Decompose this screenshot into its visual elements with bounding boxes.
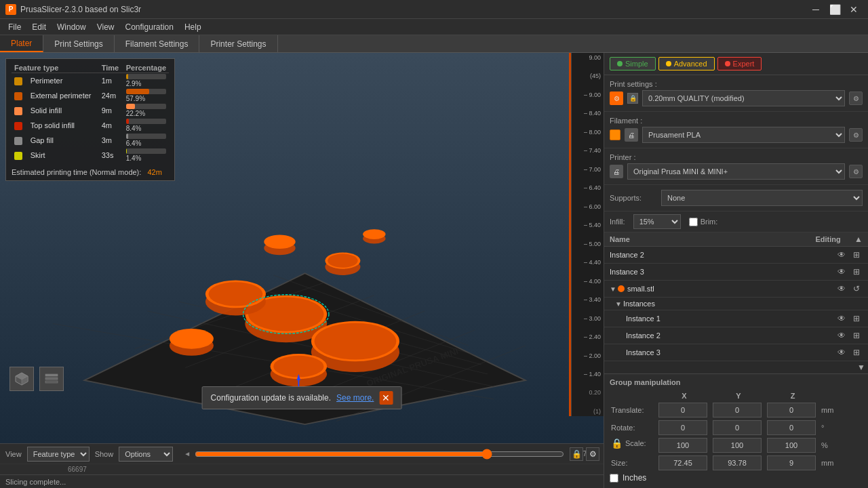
feature-color-swatch bbox=[12, 88, 28, 103]
svg-point-30 bbox=[170, 329, 214, 349]
edit-icon[interactable]: ⊞ bbox=[850, 266, 863, 278]
edit-icon[interactable]: ⊞ bbox=[850, 312, 863, 325]
filament-select[interactable]: Prusament PLA bbox=[642, 127, 845, 143]
menu-configuration[interactable]: Configuration bbox=[120, 21, 179, 33]
menu-file[interactable]: File bbox=[3, 21, 26, 33]
ruler-label: – 3.40 bbox=[572, 296, 604, 303]
scale-x-input[interactable] bbox=[658, 438, 707, 453]
view-dropdown[interactable]: Feature type bbox=[27, 447, 90, 462]
ruler-label: – 5.40 bbox=[572, 222, 604, 228]
supports-select[interactable]: None bbox=[661, 190, 863, 206]
feature-pct: 1.4% bbox=[123, 148, 169, 163]
size-y-input[interactable] bbox=[713, 455, 762, 470]
eye-icon[interactable]: 👁 bbox=[835, 249, 848, 261]
list-item[interactable]: ▼ small.stl 👁 ↺ bbox=[604, 281, 868, 298]
layer-slider[interactable] bbox=[195, 449, 564, 460]
lock-button[interactable]: 🔒 bbox=[570, 447, 583, 461]
list-item[interactable]: Instance 2 👁 ⊞ bbox=[604, 327, 868, 344]
feature-name: External perimeter bbox=[28, 88, 99, 103]
ruler-label: – 2.00 bbox=[572, 352, 604, 359]
svg-rect-46 bbox=[45, 381, 58, 383]
simple-mode-button[interactable]: Simple bbox=[610, 57, 656, 70]
layer-view-button[interactable] bbox=[39, 367, 64, 391]
tab-plater[interactable]: Plater bbox=[0, 35, 43, 52]
tree-scroll-down-icon[interactable]: ▼ bbox=[857, 363, 865, 372]
list-item[interactable]: Instance 3 👁 ⊞ bbox=[604, 264, 868, 281]
edit-icon[interactable]: ⊞ bbox=[850, 249, 863, 261]
print-settings-gear-icon[interactable]: ⚙ bbox=[849, 92, 863, 105]
bottom-toolbar: View Feature type Show Options ◄ ► 67401… bbox=[0, 443, 604, 464]
inches-row: Inches bbox=[610, 472, 863, 484]
size-x-input[interactable] bbox=[658, 455, 707, 470]
rotate-z-input[interactable] bbox=[767, 420, 816, 435]
ruler-label: – 6.00 bbox=[572, 203, 604, 210]
tab-printer-settings[interactable]: Printer Settings bbox=[199, 35, 277, 52]
ruler-label: – 4.00 bbox=[572, 278, 604, 285]
infill-label: Infill: bbox=[610, 218, 625, 226]
menu-view[interactable]: View bbox=[92, 21, 120, 33]
expand-arrow-icon[interactable]: ▼ bbox=[610, 285, 616, 293]
list-item[interactable]: Instance 1 👁 ⊞ bbox=[604, 310, 868, 327]
list-item[interactable]: Instance 2 👁 ⊞ bbox=[604, 247, 868, 264]
close-button[interactable]: ✕ bbox=[845, 3, 863, 16]
maximize-button[interactable]: ⬜ bbox=[826, 3, 844, 16]
3d-view-button[interactable] bbox=[9, 367, 34, 391]
translate-z-input[interactable] bbox=[767, 403, 816, 418]
menu-window[interactable]: Window bbox=[52, 21, 92, 33]
tab-filament-settings[interactable]: Filament Settings bbox=[115, 35, 200, 52]
infill-select[interactable]: 15% bbox=[633, 214, 681, 229]
size-z-input[interactable] bbox=[767, 455, 816, 470]
eye-icon[interactable]: 👁 bbox=[835, 346, 848, 359]
notification-link[interactable]: See more. bbox=[336, 393, 374, 403]
inches-checkbox[interactable] bbox=[610, 474, 618, 483]
rotate-x-input[interactable] bbox=[658, 420, 707, 435]
expert-mode-button[interactable]: Expert bbox=[717, 57, 762, 70]
slider-value2: 66697 bbox=[68, 466, 87, 473]
show-dropdown[interactable]: Options bbox=[119, 447, 173, 462]
scale-lock-icon[interactable]: 🔒 bbox=[611, 438, 623, 449]
brim-checkbox[interactable] bbox=[689, 218, 698, 226]
settings-gear-button[interactable]: ⚙ bbox=[586, 447, 599, 461]
advanced-mode-button[interactable]: Advanced bbox=[658, 57, 715, 70]
tree-scroll-up-icon[interactable]: ▲ bbox=[854, 235, 863, 244]
translate-y-input[interactable] bbox=[713, 403, 762, 418]
col-y-header: Y bbox=[711, 390, 766, 401]
tree-item-icons: 👁 ⊞ bbox=[835, 266, 863, 278]
print-settings-select[interactable]: 0.20mm QUALITY (modified) bbox=[642, 90, 845, 106]
list-item[interactable]: Instance 3 👁 ⊞ bbox=[604, 344, 868, 361]
supports-row: Supports: None bbox=[610, 190, 863, 206]
eye-icon[interactable]: 👁 bbox=[835, 312, 848, 325]
eye-icon[interactable]: 👁 bbox=[835, 329, 848, 342]
translate-unit: mm bbox=[820, 401, 863, 419]
eye-icon[interactable]: 👁 bbox=[835, 266, 848, 278]
edit-icon[interactable]: ⊞ bbox=[850, 346, 863, 359]
svg-rect-45 bbox=[45, 378, 58, 380]
list-item[interactable]: ▼ Instances bbox=[604, 298, 868, 310]
translate-x-input[interactable] bbox=[658, 403, 707, 418]
scale-y-input[interactable] bbox=[713, 438, 762, 453]
menu-edit[interactable]: Edit bbox=[26, 21, 52, 33]
eye-icon[interactable]: 👁 bbox=[835, 283, 848, 295]
printer-settings-gear-icon[interactable]: ⚙ bbox=[849, 165, 863, 178]
edit-icon[interactable]: ⊞ bbox=[850, 329, 863, 342]
printer-select[interactable]: Original Prusa MINI & MINI+ bbox=[627, 163, 845, 180]
svg-point-21 bbox=[328, 253, 358, 267]
feature-pct: 22.2% bbox=[123, 103, 169, 118]
filament-settings-gear-icon[interactable]: ⚙ bbox=[849, 128, 863, 142]
instance-name: Instance 2 bbox=[610, 251, 835, 259]
scale-z-input[interactable] bbox=[767, 438, 816, 453]
feature-color-swatch bbox=[12, 103, 28, 118]
layers-icon bbox=[43, 371, 60, 387]
notification-close-button[interactable]: ✕ bbox=[379, 391, 393, 405]
cube-icon bbox=[14, 371, 30, 387]
reload-icon[interactable]: ↺ bbox=[850, 283, 863, 295]
mode-buttons: Simple Advanced Expert bbox=[604, 53, 868, 75]
instance-name: Instance 3 bbox=[626, 348, 835, 357]
filament-label-row: Filament : bbox=[610, 117, 863, 125]
tab-print-settings[interactable]: Print Settings bbox=[43, 35, 114, 52]
object-tree: Name Editing ▲ Instance 2 👁 ⊞ Instance 3… bbox=[604, 232, 868, 374]
minimize-button[interactable]: ─ bbox=[807, 3, 825, 16]
rotate-y-input[interactable] bbox=[713, 420, 762, 435]
menu-help[interactable]: Help bbox=[179, 21, 207, 33]
expand-arrow-icon[interactable]: ▼ bbox=[615, 300, 622, 308]
